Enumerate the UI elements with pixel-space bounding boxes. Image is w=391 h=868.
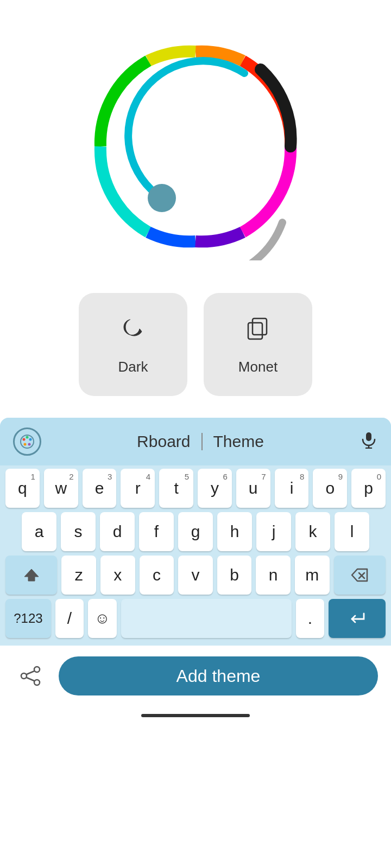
key-c[interactable]: c bbox=[140, 556, 174, 595]
key-k[interactable]: k bbox=[295, 512, 330, 551]
key-h[interactable]: h bbox=[217, 512, 252, 551]
enter-key[interactable] bbox=[329, 599, 386, 638]
key-j[interactable]: j bbox=[256, 512, 291, 551]
key-d[interactable]: d bbox=[100, 512, 135, 551]
key-y[interactable]: 6 y bbox=[198, 469, 232, 508]
key-w-num: 2 bbox=[69, 472, 73, 481]
key-n[interactable]: n bbox=[256, 556, 291, 595]
key-i-num: 8 bbox=[300, 472, 304, 481]
svg-point-7 bbox=[28, 443, 31, 446]
svg-point-16 bbox=[34, 680, 40, 685]
mode-buttons-section: Dark Monet bbox=[0, 282, 391, 418]
key-row-3: z x c v b n m bbox=[5, 556, 386, 595]
bottom-bar: Add theme bbox=[0, 646, 391, 706]
svg-point-15 bbox=[21, 673, 27, 679]
cards-icon bbox=[244, 314, 272, 349]
color-wheel[interactable] bbox=[81, 33, 310, 260]
delete-key[interactable] bbox=[334, 556, 386, 595]
key-r-num: 4 bbox=[146, 472, 150, 481]
key-t-num: 5 bbox=[185, 472, 189, 481]
key-u-num: 7 bbox=[261, 472, 266, 481]
svg-point-8 bbox=[24, 443, 27, 446]
keyboard-rows: 1 q 2 w 3 e 4 r 5 t 6 y bbox=[0, 465, 391, 646]
keyboard-title-area: Rboard Theme bbox=[41, 432, 360, 451]
svg-line-17 bbox=[27, 671, 34, 674]
dark-mode-button[interactable]: Dark bbox=[79, 293, 187, 396]
keyboard-toolbar: Rboard Theme bbox=[0, 418, 391, 465]
shift-key[interactable] bbox=[5, 556, 57, 595]
emoji-key[interactable]: ☺ bbox=[88, 599, 116, 638]
share-button[interactable] bbox=[13, 659, 48, 693]
svg-rect-2 bbox=[253, 318, 267, 335]
monet-mode-label: Monet bbox=[238, 359, 278, 375]
key-row-2: a s d f g h j k l bbox=[5, 512, 386, 551]
keyboard-title-divider bbox=[201, 433, 203, 450]
key-g[interactable]: g bbox=[178, 512, 213, 551]
key-p-num: 0 bbox=[377, 472, 381, 481]
svg-point-14 bbox=[34, 667, 40, 672]
dark-mode-label: Dark bbox=[118, 359, 148, 375]
key-e-num: 3 bbox=[108, 472, 112, 481]
key-row-4: ?123 / ☺ . bbox=[5, 599, 386, 638]
key-o-num: 9 bbox=[338, 472, 343, 481]
keyboard-palette-icon[interactable] bbox=[13, 427, 41, 456]
home-bar-indicator bbox=[141, 714, 250, 717]
key-p[interactable]: 0 p bbox=[351, 469, 386, 508]
key-z[interactable]: z bbox=[61, 556, 96, 595]
key-l[interactable]: l bbox=[335, 512, 369, 551]
key-q[interactable]: 1 q bbox=[5, 469, 40, 508]
color-handle-1 bbox=[148, 184, 176, 212]
key-b[interactable]: b bbox=[217, 556, 252, 595]
moon-icon bbox=[119, 314, 147, 349]
key-t[interactable]: 5 t bbox=[159, 469, 193, 508]
key-u[interactable]: 7 u bbox=[236, 469, 270, 508]
period-key[interactable]: . bbox=[296, 599, 324, 638]
svg-line-18 bbox=[27, 678, 34, 681]
key-f[interactable]: f bbox=[139, 512, 174, 551]
keyboard-section: Rboard Theme 1 q 2 w 3 bbox=[0, 418, 391, 646]
key-q-num: 1 bbox=[30, 472, 35, 481]
key-y-num: 6 bbox=[223, 472, 227, 481]
key-s[interactable]: s bbox=[61, 512, 96, 551]
key-e[interactable]: 3 e bbox=[83, 469, 117, 508]
svg-point-5 bbox=[26, 436, 29, 439]
slash-key[interactable]: / bbox=[55, 599, 84, 638]
color-wheel-section bbox=[0, 0, 391, 282]
keyboard-app-name: Rboard bbox=[137, 432, 190, 451]
svg-point-4 bbox=[23, 438, 26, 441]
monet-mode-button[interactable]: Monet bbox=[204, 293, 312, 396]
svg-point-6 bbox=[29, 438, 32, 441]
key-o[interactable]: 9 o bbox=[313, 469, 347, 508]
key-w[interactable]: 2 w bbox=[44, 469, 78, 508]
key-m[interactable]: m bbox=[295, 556, 330, 595]
key-i[interactable]: 8 i bbox=[275, 469, 309, 508]
key-x[interactable]: x bbox=[100, 556, 135, 595]
keyboard-section-name: Theme bbox=[213, 432, 264, 451]
num-key[interactable]: ?123 bbox=[5, 599, 51, 638]
add-theme-button[interactable]: Add theme bbox=[59, 656, 378, 695]
key-a[interactable]: a bbox=[22, 512, 56, 551]
microphone-icon[interactable] bbox=[360, 430, 378, 453]
key-v[interactable]: v bbox=[178, 556, 213, 595]
key-r[interactable]: 4 r bbox=[121, 469, 155, 508]
svg-rect-9 bbox=[366, 432, 371, 441]
key-row-1: 1 q 2 w 3 e 4 r 5 t 6 y bbox=[5, 469, 386, 508]
home-bar bbox=[0, 706, 391, 723]
space-key[interactable] bbox=[121, 599, 292, 638]
svg-rect-1 bbox=[248, 323, 262, 339]
